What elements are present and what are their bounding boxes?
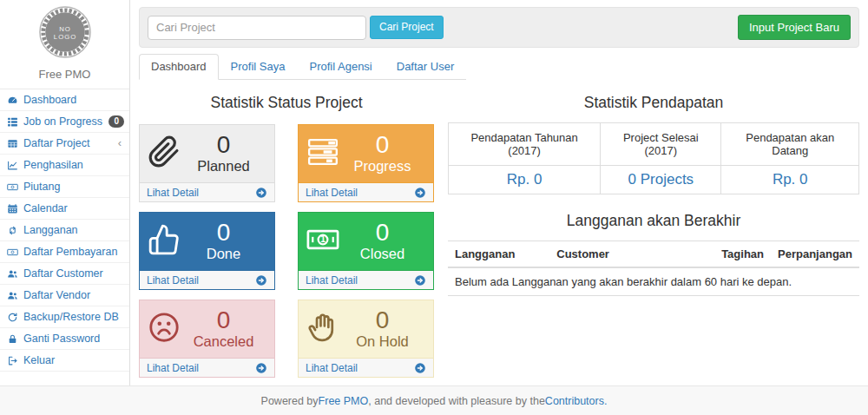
sidebar-item-label: Ganti Password — [23, 333, 100, 345]
layout: NO LOGO Free PMO DashboardJob on Progres… — [0, 0, 868, 385]
lihat-detail-link[interactable]: Lihat Detail — [147, 187, 199, 199]
langganan-header: Langganan — [448, 241, 549, 268]
status-card-body: 0Done — [140, 213, 274, 270]
svg-text:NO: NO — [59, 25, 71, 33]
pendapatan-cell: Rp. 0 — [721, 166, 859, 194]
thumbs-up-icon — [148, 222, 181, 257]
sidebar-item-label: Keluar — [23, 354, 55, 366]
lihat-detail-link[interactable]: Lihat Detail — [147, 362, 199, 374]
table-icon — [7, 138, 18, 149]
sidebar-item-calendar[interactable]: Calendar — [0, 198, 129, 220]
income-section: Statistik Pendapatan Pendapatan Tahunan … — [448, 85, 859, 378]
sidebar-item-daftar-vendor[interactable]: Daftar Vendor — [0, 285, 129, 306]
status-card-main: 0Progress — [339, 132, 425, 175]
arrow-circle-right-icon[interactable] — [255, 187, 267, 199]
sidebar-item-label: Dashboard — [23, 94, 76, 106]
footer-text-middle: , and developed with pleasure by the — [368, 395, 545, 407]
status-card-planned: 0PlannedLihat Detail — [139, 124, 275, 202]
money-icon — [7, 247, 18, 258]
lihat-detail-link[interactable]: Lihat Detail — [306, 187, 358, 199]
pendapatan-value-link[interactable]: Rp. 0 — [507, 171, 542, 188]
app-name: Free PMO — [0, 68, 129, 81]
status-card-footer: Lihat Detail — [299, 358, 433, 377]
sidebar-item-backup-restore-db[interactable]: Backup/Restore DB — [0, 306, 129, 328]
tab-dashboard[interactable]: Dashboard — [139, 54, 219, 80]
footer-text: Powered by — [261, 395, 319, 407]
search-input[interactable] — [148, 16, 366, 40]
pendapatan-header: Pendapatan akan Datang — [721, 123, 859, 166]
no-logo-seal-icon: NO LOGO — [38, 5, 92, 59]
sidebar-item-daftar-customer[interactable]: Daftar Customer — [0, 263, 129, 285]
page-footer: Powered by Free PMO , and developed with… — [0, 385, 868, 415]
sidebar-item-langganan[interactable]: Langganan — [0, 220, 129, 241]
sidebar-item-penghasilan[interactable]: Penghasilan — [0, 155, 129, 176]
sidebar-item-ganti-password[interactable]: Ganti Password — [0, 328, 129, 350]
users-icon — [7, 290, 18, 301]
status-card-body: 10Closed — [299, 213, 433, 270]
langganan-title: Langganan akan Berakhir — [448, 212, 859, 230]
chart-icon — [7, 160, 18, 171]
chevron-left-icon: ‹ — [118, 139, 124, 148]
lihat-detail-link[interactable]: Lihat Detail — [306, 362, 358, 374]
langganan-header: Perpanjangan — [771, 241, 859, 268]
langganan-empty-message: Belum ada Langganan yang akan berakhir d… — [448, 267, 859, 296]
status-card-label: Closed — [360, 245, 404, 263]
money-icon — [7, 181, 18, 193]
status-card-value: 0 — [376, 307, 390, 333]
arrow-circle-right-icon[interactable] — [414, 187, 426, 199]
status-section-title: Statistik Status Project — [139, 94, 434, 112]
logo-area: NO LOGO Free PMO — [0, 0, 129, 81]
status-card-progress: 0ProgressLihat Detail — [298, 124, 434, 202]
status-card-main: 0Canceled — [181, 307, 266, 351]
list-icon — [7, 116, 18, 128]
arrow-circle-right-icon[interactable] — [255, 274, 267, 287]
status-card-footer: Lihat Detail — [299, 270, 433, 289]
lock-icon — [7, 333, 18, 345]
tab-daftar-user[interactable]: Daftar User — [385, 54, 466, 80]
pendapatan-title: Statistik Pendapatan — [448, 94, 859, 112]
pendapatan-table: Pendapatan Tahunan (2017)Project Selesai… — [448, 122, 859, 194]
sidebar-item-label: Backup/Restore DB — [23, 311, 119, 323]
footer-link-contributors[interactable]: Contributors. — [545, 395, 608, 407]
status-card-footer: Lihat Detail — [140, 270, 274, 289]
lihat-detail-link[interactable]: Lihat Detail — [306, 274, 358, 287]
sidebar-item-piutang[interactable]: Piutang — [0, 176, 129, 198]
svg-text:1: 1 — [320, 234, 326, 244]
count-badge: 0 — [108, 115, 124, 128]
sidebar-item-job-on-progress[interactable]: Job on Progress0 — [0, 111, 129, 133]
pendapatan-value-link[interactable]: Rp. 0 — [773, 171, 808, 188]
arrow-circle-right-icon[interactable] — [414, 362, 426, 374]
status-card-on-hold: 0On HoldLihat Detail — [298, 300, 434, 378]
status-card-main: 0Closed — [339, 220, 425, 263]
status-card-label: Done — [207, 245, 240, 263]
tab-profil-agensi[interactable]: Profil Agensi — [297, 54, 384, 80]
dashboard-icon — [7, 95, 18, 106]
status-card-closed: 10ClosedLihat Detail — [298, 212, 434, 290]
sidebar-item-dashboard[interactable]: Dashboard — [0, 89, 129, 111]
status-card-main: 0On Hold — [339, 307, 425, 351]
footer-link-free-pmo[interactable]: Free PMO — [319, 395, 369, 407]
status-card-value: 0 — [376, 220, 390, 245]
sidebar-item-daftar-pembayaran[interactable]: Daftar Pembayaran — [0, 241, 129, 263]
sign-out-icon — [7, 355, 18, 366]
status-card-label: Canceled — [194, 333, 254, 351]
sidebar-item-keluar[interactable]: Keluar — [0, 350, 129, 372]
arrow-circle-right-icon[interactable] — [414, 274, 426, 287]
status-card-label: Progress — [353, 157, 411, 175]
tab-profil-saya[interactable]: Profil Saya — [219, 54, 298, 80]
lihat-detail-link[interactable]: Lihat Detail — [147, 274, 199, 287]
sidebar-item-label: Job on Progress — [23, 115, 102, 128]
status-card-value: 0 — [217, 220, 231, 245]
calendar-icon — [7, 203, 18, 214]
svg-text:LOGO: LOGO — [53, 33, 76, 41]
search-button[interactable]: Cari Project — [370, 16, 444, 39]
new-project-button[interactable]: Input Project Baru — [738, 15, 851, 40]
pendapatan-value-link[interactable]: 0 Projects — [628, 171, 694, 188]
banknote-icon: 1 — [306, 222, 339, 257]
sidebar-menu: DashboardJob on Progress0Daftar Project‹… — [0, 89, 129, 372]
sidebar-item-label: Penghasilan — [23, 159, 83, 171]
sidebar-item-daftar-project[interactable]: Daftar Project‹ — [0, 133, 129, 155]
sidebar-item-label: Calendar — [23, 202, 68, 214]
status-card-done: 0DoneLihat Detail — [139, 212, 275, 290]
arrow-circle-right-icon[interactable] — [255, 362, 267, 374]
